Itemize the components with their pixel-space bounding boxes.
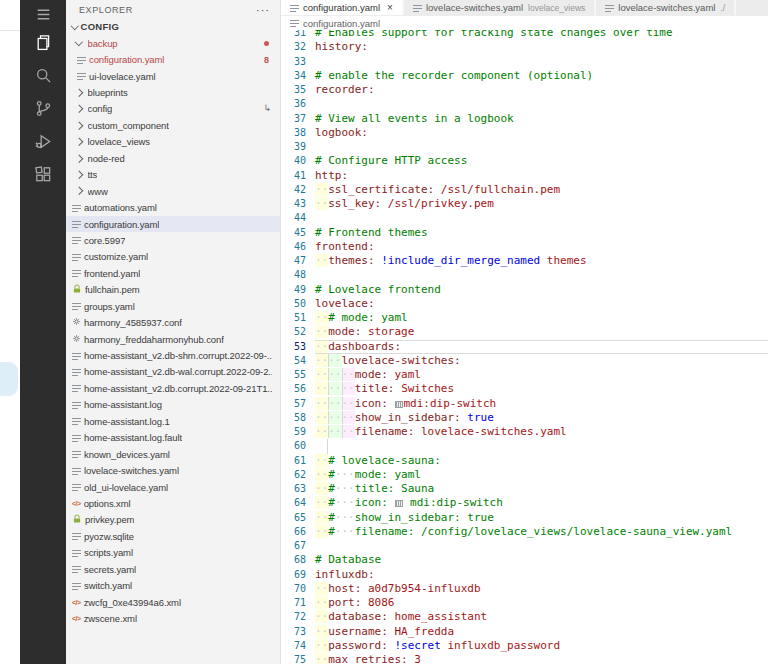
tree-item-automations-yaml[interactable]: automations.yaml xyxy=(66,199,280,215)
code-line-content[interactable]: ··themes: !include_dir_merge_named theme… xyxy=(315,254,768,268)
code-line-content[interactable]: ··mode: storage xyxy=(315,325,768,339)
tree-item-options-xml[interactable]: </>options.xml xyxy=(66,495,280,511)
tree-item-zwscene-xml[interactable]: </>zwscene.xml xyxy=(66,610,280,626)
tree-item-backup[interactable]: backup xyxy=(66,35,280,51)
section-config[interactable]: CONFIG xyxy=(66,18,280,35)
tree-item-home-assistant-v2-db-shm-corrupt-2022-09[interactable]: home-assistant_v2.db-shm.corrupt.2022-09… xyxy=(66,347,280,363)
tree-item-custom-component[interactable]: custom_component xyxy=(66,117,280,133)
tree-item-known-devices-yaml[interactable]: known_devices.yaml xyxy=(66,446,280,462)
code-line-content[interactable]: ··ssl_key: /ssl/privkey.pem xyxy=(315,197,768,211)
code-line-content[interactable]: ······title: Switches xyxy=(315,382,768,396)
tree-item-harmony-freddaharmonyhub-conf[interactable]: harmony_freddaharmonyhub.conf xyxy=(66,331,280,347)
code-line-content[interactable] xyxy=(315,211,768,225)
code-line-content[interactable]: ··host: a0d7b954-influxdb xyxy=(315,582,768,596)
tree-item-zwcfg-0xe43994a6-xml[interactable]: </>zwcfg_0xe43994a6.xml xyxy=(66,594,280,610)
code-line-content[interactable]: # Database xyxy=(315,553,768,567)
code-line-content[interactable]: # enable the recorder component (optiona… xyxy=(315,69,768,83)
close-icon[interactable]: × xyxy=(387,3,393,13)
tree-item-blueprints[interactable]: blueprints xyxy=(66,84,280,100)
code-line-content[interactable]: # Lovelace frontend xyxy=(315,283,768,297)
code-line-content[interactable]: frontend: xyxy=(315,240,768,254)
chevron-right-icon[interactable] xyxy=(75,138,83,146)
breadcrumb[interactable]: configuration.yaml xyxy=(281,16,768,30)
code-line-content[interactable]: ··#···mode: yaml xyxy=(315,468,768,482)
code-line-content[interactable]: # View all events in a logbook xyxy=(315,112,768,126)
code-line-content[interactable] xyxy=(315,539,768,553)
tree-item-ui-lovelace-yaml[interactable]: ui-lovelace.yaml xyxy=(66,68,280,84)
tree-item-old-ui-lovelace-yaml[interactable]: old_ui-lovelace.yaml xyxy=(66,479,280,495)
tree-item-harmony-4585937-conf[interactable]: harmony_4585937.conf xyxy=(66,314,280,330)
explorer-actions-icon[interactable]: ··· xyxy=(256,4,270,16)
code-line-content[interactable]: history: xyxy=(315,40,768,54)
code-line-content[interactable] xyxy=(315,439,768,453)
tree-item-frontend-yaml[interactable]: frontend.yaml xyxy=(66,265,280,281)
tree-item-lovelace-switches-yaml[interactable]: lovelace-switches.yaml xyxy=(66,462,280,478)
tree-item-config[interactable]: config↳ xyxy=(66,101,280,117)
code-line-content[interactable]: ····lovelace-switches: xyxy=(315,354,768,368)
code-line-content[interactable]: ··#···show_in_sidebar: true xyxy=(315,511,768,525)
code-line-content[interactable]: ··password: !secret influxdb_password xyxy=(315,639,768,653)
code-line-content[interactable]: recorder: xyxy=(315,83,768,97)
code-line-content[interactable]: ··dashboards: xyxy=(315,340,768,354)
activity-run-debug-play-bug-icon[interactable] xyxy=(20,125,66,158)
chevron-right-icon[interactable] xyxy=(75,122,83,130)
code-line-content[interactable] xyxy=(315,97,768,111)
tree-item-scripts-yaml[interactable]: scripts.yaml xyxy=(66,545,280,561)
tree-item-node-red[interactable]: node-red xyxy=(66,150,280,166)
tree-item-tts[interactable]: tts xyxy=(66,167,280,183)
code-line-content[interactable]: # Configure HTTP access xyxy=(315,154,768,168)
code-line-content[interactable]: http: xyxy=(315,169,768,183)
code-line-content[interactable] xyxy=(315,55,768,69)
activity-menu-menu-icon[interactable] xyxy=(20,2,66,26)
chevron-right-icon[interactable] xyxy=(75,154,83,162)
tab-configuration-yaml[interactable]: configuration.yaml× xyxy=(281,0,404,15)
activity-explorer-files-icon[interactable] xyxy=(20,26,66,59)
code-line-content[interactable]: ······icon: mdi:dip-switch xyxy=(315,397,768,411)
tree-item-www[interactable]: www xyxy=(66,183,280,199)
tree-item-customize-yaml[interactable]: customize.yaml xyxy=(66,249,280,265)
tree-item-core-5997[interactable]: core.5997 xyxy=(66,232,280,248)
tree-item-configuration-yaml[interactable]: configuration.yaml8 xyxy=(66,51,280,67)
tree-item-lovelace-views[interactable]: lovelace_views xyxy=(66,134,280,150)
code-line-content[interactable]: logbook: xyxy=(315,126,768,140)
tree-item-groups-yaml[interactable]: groups.yaml xyxy=(66,298,280,314)
tree-item-home-assistant-log[interactable]: home-assistant.log xyxy=(66,397,280,413)
code-line-content[interactable]: # Frontend themes xyxy=(315,226,768,240)
code-line-content[interactable]: lovelace: xyxy=(315,297,768,311)
code-line-content[interactable]: ······filename: lovelace-switches.yaml xyxy=(315,425,768,439)
code-line-content[interactable]: ··#···filename: /config/lovelace_views/l… xyxy=(315,525,768,539)
tree-item-fullchain-pem[interactable]: fullchain.pem xyxy=(66,282,280,298)
chevron-right-icon[interactable] xyxy=(75,187,83,195)
code-line-content[interactable]: ··#···title: Sauna xyxy=(315,482,768,496)
activity-extensions-extensions-icon[interactable] xyxy=(20,158,66,191)
code-line-content[interactable]: ··# lovelace-sauna: xyxy=(315,454,768,468)
tree-item-privkey-pem[interactable]: privkey.pem xyxy=(66,512,280,528)
code-line-content[interactable]: ··max_retries: 3 xyxy=(315,653,768,664)
tree-item-pyozw-sqlite[interactable]: pyozw.sqlite xyxy=(66,528,280,544)
tab-lovelace-switches-yaml-[interactable]: lovelace-switches.yaml./ xyxy=(596,0,736,15)
tree-item-configuration-yaml[interactable]: configuration.yaml xyxy=(66,216,280,232)
tree-item-secrets-yaml[interactable]: secrets.yaml xyxy=(66,561,280,577)
code-line-content[interactable]: ······mode: yaml xyxy=(315,368,768,382)
tree-item-home-assistant-v2-db-corrupt-2022-09-21t1[interactable]: home-assistant_v2.db.corrupt.2022-09-21T… xyxy=(66,380,280,396)
code-line-content[interactable]: ··ssl_certificate: /ssl/fullchain.pem xyxy=(315,183,768,197)
code-line-content[interactable]: ··username: HA_fredda xyxy=(315,625,768,639)
code-line-content[interactable] xyxy=(315,268,768,282)
chevron-right-icon[interactable] xyxy=(75,171,83,179)
chevron-down-icon[interactable] xyxy=(75,38,83,46)
code-line-content[interactable]: ······show_in_sidebar: true xyxy=(315,411,768,425)
code-line-content[interactable]: ··# mode: yaml xyxy=(315,311,768,325)
activity-search-search-icon[interactable] xyxy=(20,59,66,92)
tree-item-home-assistant-log-fault[interactable]: home-assistant.log.fault xyxy=(66,430,280,446)
code-line-content[interactable]: ··database: home_assistant xyxy=(315,610,768,624)
code-line-content[interactable]: ··#···icon: mdi:dip-switch xyxy=(315,496,768,510)
tree-item-switch-yaml[interactable]: switch.yaml xyxy=(66,577,280,593)
activity-source-control-branch-icon[interactable] xyxy=(20,92,66,125)
tab-lovelace-switches-yaml-lovelace-views[interactable]: lovelace-switches.yamllovelace_views xyxy=(404,0,596,15)
code-line-content[interactable]: ··port: 8086 xyxy=(315,596,768,610)
code-editor[interactable]: 31# Enables support for tracking state c… xyxy=(281,26,768,664)
chevron-right-icon[interactable] xyxy=(75,105,83,113)
tree-item-home-assistant-log-1[interactable]: home-assistant.log.1 xyxy=(66,413,280,429)
tree-item-home-assistant-v2-db-wal-corrupt-2022-09-2[interactable]: home-assistant_v2.db-wal.corrupt.2022-09… xyxy=(66,364,280,380)
code-line-content[interactable] xyxy=(315,140,768,154)
